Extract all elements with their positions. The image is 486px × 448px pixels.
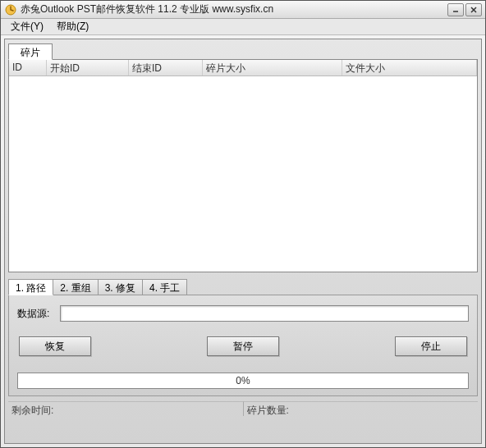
tab-fragments[interactable]: 碎片 — [8, 43, 53, 60]
minimize-button[interactable] — [447, 3, 464, 16]
pause-button[interactable]: 暂停 — [207, 336, 279, 356]
lower-panel: 数据源: 恢复 暂停 停止 0% — [8, 295, 478, 396]
close-button[interactable] — [465, 3, 482, 16]
source-input[interactable] — [60, 305, 469, 322]
recover-button[interactable]: 恢复 — [19, 336, 91, 356]
table-header: ID 开始ID 结束ID 碎片大小 文件大小 — [9, 60, 477, 76]
status-frag-count: 碎片数量: — [243, 401, 479, 416]
col-frag-size[interactable]: 碎片大小 — [203, 60, 342, 75]
statusbar: 剩余时间: 碎片数量: — [8, 401, 478, 416]
status-remaining: 剩余时间: — [8, 401, 243, 416]
tab-repair[interactable]: 3. 修复 — [98, 279, 143, 295]
progress-bar: 0% — [17, 373, 469, 389]
source-label: 数据源: — [17, 307, 60, 321]
upper-tabstrip: 碎片 — [8, 43, 478, 59]
tab-path[interactable]: 1. 路径 — [8, 279, 53, 295]
menubar: 文件(Y) 帮助(Z) — [1, 19, 485, 35]
tab-reassemble[interactable]: 2. 重组 — [53, 279, 98, 295]
tab-manual[interactable]: 4. 手工 — [142, 279, 187, 295]
menu-file[interactable]: 文件(Y) — [4, 18, 50, 35]
stop-button[interactable]: 停止 — [395, 336, 467, 356]
window-controls — [447, 3, 482, 16]
source-row: 数据源: — [17, 305, 469, 322]
fragment-table: ID 开始ID 结束ID 碎片大小 文件大小 — [8, 59, 478, 272]
col-end-id[interactable]: 结束ID — [129, 60, 203, 75]
table-body — [9, 76, 477, 272]
client-area: 碎片 ID 开始ID 结束ID 碎片大小 文件大小 1. 路径 2. 重组 3.… — [4, 39, 482, 444]
col-id[interactable]: ID — [9, 60, 47, 75]
window-title: 赤兔Outlook PST邮件恢复软件 11.2 专业版 www.sysfix.… — [21, 2, 447, 16]
menu-help[interactable]: 帮助(Z) — [50, 18, 95, 35]
main-window: 赤兔Outlook PST邮件恢复软件 11.2 专业版 www.sysfix.… — [0, 0, 486, 448]
col-file-size[interactable]: 文件大小 — [342, 60, 477, 75]
lower-tabstrip: 1. 路径 2. 重组 3. 修复 4. 手工 — [8, 279, 478, 295]
app-icon — [4, 3, 17, 16]
titlebar: 赤兔Outlook PST邮件恢复软件 11.2 专业版 www.sysfix.… — [1, 1, 485, 19]
button-row: 恢复 暂停 停止 — [17, 336, 469, 356]
col-start-id[interactable]: 开始ID — [47, 60, 129, 75]
progress-text: 0% — [236, 375, 250, 386]
